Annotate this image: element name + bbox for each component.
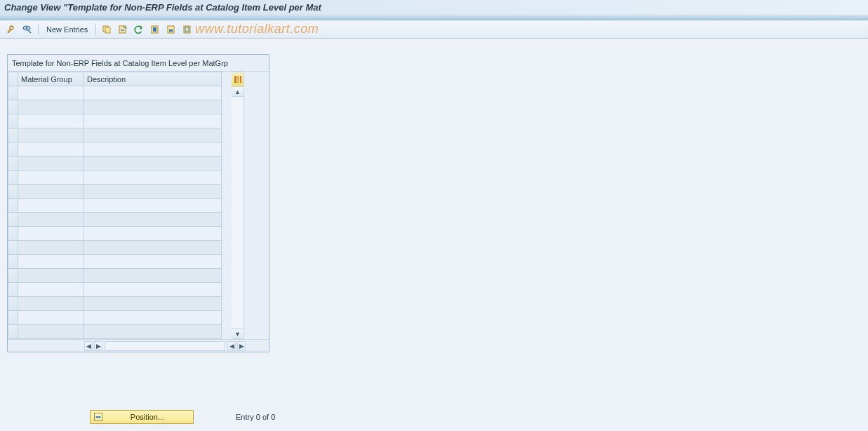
scroll-right-inner-icon[interactable]: ▶ xyxy=(94,341,102,351)
cell-description[interactable] xyxy=(84,325,222,339)
grid-wrap: Material Group Description ▲ ▼ xyxy=(8,72,269,339)
cell-description[interactable] xyxy=(84,171,222,185)
table-row[interactable] xyxy=(8,86,222,100)
table-row[interactable] xyxy=(8,185,222,199)
deselect-all-icon[interactable] xyxy=(180,22,194,37)
cell-material-group[interactable] xyxy=(18,213,84,227)
cell-material-group[interactable] xyxy=(18,185,84,199)
cell-description[interactable] xyxy=(84,114,222,128)
table-row[interactable] xyxy=(8,241,222,255)
cell-material-group[interactable] xyxy=(18,227,84,241)
cell-description[interactable] xyxy=(84,297,222,311)
cell-description[interactable] xyxy=(84,142,222,157)
copy-as-icon[interactable] xyxy=(100,22,114,37)
new-entries-button[interactable]: New Entries xyxy=(42,22,92,37)
scroll-left-icon[interactable]: ◀ xyxy=(84,341,93,351)
row-selector[interactable] xyxy=(8,269,18,283)
row-selector[interactable] xyxy=(8,185,18,199)
cell-description[interactable] xyxy=(84,311,222,325)
table-row[interactable] xyxy=(8,311,222,325)
cell-material-group[interactable] xyxy=(18,297,84,311)
hscroll-track[interactable] xyxy=(105,341,225,351)
cell-material-group[interactable] xyxy=(18,269,84,283)
cell-material-group[interactable] xyxy=(18,241,84,255)
toggle-display-change-icon[interactable] xyxy=(4,22,18,37)
row-selector[interactable] xyxy=(8,128,18,142)
cell-description[interactable] xyxy=(84,269,222,283)
column-header-material-group[interactable]: Material Group xyxy=(18,72,84,86)
cell-material-group[interactable] xyxy=(18,86,84,100)
cell-description[interactable] xyxy=(84,283,222,297)
row-selector[interactable] xyxy=(8,297,18,311)
svg-rect-12 xyxy=(240,76,241,83)
table-row[interactable] xyxy=(8,297,222,311)
svg-rect-11 xyxy=(237,76,239,83)
table-row[interactable] xyxy=(8,199,222,213)
table-row[interactable] xyxy=(8,269,222,283)
scroll-down-icon[interactable]: ▼ xyxy=(232,329,243,338)
table-settings-icon[interactable] xyxy=(232,72,244,87)
table-row[interactable] xyxy=(8,114,222,128)
cell-description[interactable] xyxy=(84,86,222,100)
row-selector[interactable] xyxy=(8,241,18,255)
cell-material-group[interactable] xyxy=(18,283,84,297)
cell-description[interactable] xyxy=(84,157,222,171)
vertical-scrollbar[interactable]: ▲ ▼ xyxy=(232,87,244,339)
cell-material-group[interactable] xyxy=(18,157,84,171)
cell-description[interactable] xyxy=(84,199,222,213)
table-row[interactable] xyxy=(8,255,222,269)
position-button[interactable]: Position... xyxy=(90,410,194,424)
table-row[interactable] xyxy=(8,325,222,339)
svg-rect-10 xyxy=(234,76,236,83)
cell-material-group[interactable] xyxy=(18,325,84,339)
table-row[interactable] xyxy=(8,227,222,241)
row-selector[interactable] xyxy=(8,171,18,185)
row-selector[interactable] xyxy=(8,311,18,325)
row-selector[interactable] xyxy=(8,255,18,269)
cell-material-group[interactable] xyxy=(18,128,84,142)
find-icon[interactable] xyxy=(20,22,34,37)
table-row[interactable] xyxy=(8,171,222,185)
cell-material-group[interactable] xyxy=(18,142,84,157)
select-block-icon[interactable] xyxy=(164,22,178,37)
scroll-left-inner-icon[interactable]: ◀ xyxy=(227,341,236,351)
cell-material-group[interactable] xyxy=(18,311,84,325)
row-selector[interactable] xyxy=(8,100,18,114)
delete-icon[interactable] xyxy=(116,22,130,37)
table-row[interactable] xyxy=(8,283,222,297)
row-selector[interactable] xyxy=(8,283,18,297)
select-all-corner[interactable] xyxy=(8,72,18,86)
table-row[interactable] xyxy=(8,157,222,171)
table-row[interactable] xyxy=(8,142,222,157)
cell-description[interactable] xyxy=(84,241,222,255)
row-selector[interactable] xyxy=(8,86,18,100)
undo-change-icon[interactable] xyxy=(132,22,146,37)
row-selector[interactable] xyxy=(8,142,18,157)
row-selector[interactable] xyxy=(8,199,18,213)
cell-material-group[interactable] xyxy=(18,171,84,185)
cell-description[interactable] xyxy=(84,128,222,142)
column-header-description[interactable]: Description xyxy=(84,72,222,86)
cell-material-group[interactable] xyxy=(18,114,84,128)
scroll-up-icon[interactable]: ▲ xyxy=(232,87,243,97)
row-selector[interactable] xyxy=(8,157,18,171)
scroll-right-icon[interactable]: ▶ xyxy=(237,341,246,351)
table-row[interactable] xyxy=(8,213,222,227)
cell-material-group[interactable] xyxy=(18,199,84,213)
row-selector[interactable] xyxy=(8,325,18,339)
cell-description[interactable] xyxy=(84,100,222,114)
cell-material-group[interactable] xyxy=(18,255,84,269)
cell-description[interactable] xyxy=(84,185,222,199)
cell-description[interactable] xyxy=(84,227,222,241)
row-selector[interactable] xyxy=(8,114,18,128)
horizontal-scrollbar[interactable]: ◀ ▶ ◀ ▶ xyxy=(84,340,246,352)
row-selector[interactable] xyxy=(8,213,18,227)
cell-description[interactable] xyxy=(84,255,222,269)
table-row[interactable] xyxy=(8,128,222,142)
data-grid[interactable]: Material Group Description xyxy=(8,72,222,339)
cell-material-group[interactable] xyxy=(18,100,84,114)
row-selector[interactable] xyxy=(8,227,18,241)
select-all-icon[interactable] xyxy=(148,22,162,37)
cell-description[interactable] xyxy=(84,213,222,227)
table-row[interactable] xyxy=(8,100,222,114)
